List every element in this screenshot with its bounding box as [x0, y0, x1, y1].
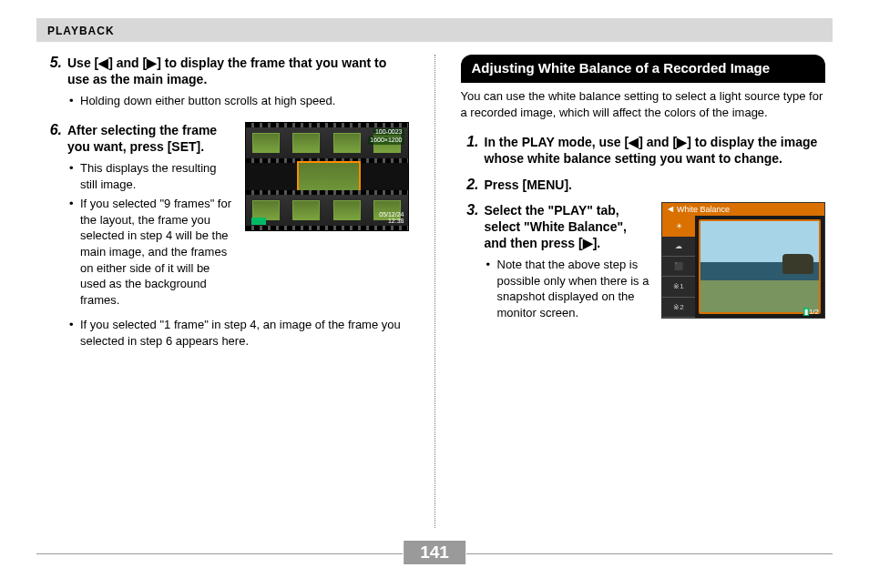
- step-number: 3.: [461, 202, 479, 325]
- bullet: If you selected "9 frames" for the layou…: [67, 196, 234, 308]
- step-number: 2.: [461, 177, 479, 193]
- step-number: 5.: [44, 55, 62, 113]
- step-1: 1. In the PLAY mode, use [◀] and [▶] to …: [461, 134, 826, 167]
- page-indicator: ▮1/2: [803, 308, 819, 316]
- wb-preview-image: [699, 219, 821, 314]
- section-title: Adjusting White Balance of a Recorded Im…: [461, 55, 826, 83]
- step-2: 2. Press [MENU].: [461, 177, 826, 193]
- page: PLAYBACK 5. Use [◀] and [▶] to display t…: [0, 0, 869, 588]
- step-number: 1.: [461, 134, 479, 167]
- step-6-bullets-narrow: This displays the resulting still image.…: [67, 160, 234, 308]
- left-column: 5. Use [◀] and [▶] to display the frame …: [36, 55, 435, 528]
- step-6-bullets-full: If you selected "1 frame" in step 4, an …: [67, 317, 409, 349]
- section-intro: You can use the white balance setting to…: [461, 88, 826, 121]
- bullet: This displays the resulting still image.: [67, 160, 234, 192]
- wb-item-fluor2-icon: ※2: [662, 298, 695, 318]
- date-text: 05/12/24: [379, 211, 404, 218]
- step-5-lead: Use [◀] and [▶] to display the frame tha…: [67, 55, 409, 87]
- thumb: [292, 200, 320, 220]
- step-6-lead: After selecting the frame you want, pres…: [67, 122, 234, 155]
- thumb: [333, 133, 361, 153]
- step-5-bullets: Holding down either button scrolls at hi…: [67, 93, 409, 109]
- bullet: If you selected "1 frame" in step 4, an …: [67, 317, 409, 349]
- step-3-bullets: Note that the above step is possible onl…: [485, 257, 651, 320]
- file-number: 100-0023: [373, 128, 404, 136]
- wb-menu: ☀ ☁ ⬛ ※1 ※2: [662, 216, 695, 318]
- wb-item-fluor1-icon: ※1: [662, 277, 695, 297]
- section-header-bar: PLAYBACK: [36, 18, 833, 42]
- step-5: 5. Use [◀] and [▶] to display the frame …: [44, 55, 409, 113]
- wb-titlebar: ◀ White Balance: [662, 203, 824, 216]
- wb-item-cloud-icon: ☁: [662, 237, 695, 257]
- wb-item-sun-icon: ☀: [662, 216, 695, 237]
- bullet: Note that the above step is possible onl…: [485, 257, 651, 320]
- page-number: 141: [404, 541, 465, 564]
- page-fraction: 1/2: [809, 308, 819, 316]
- preview-rock-shape: [782, 254, 813, 274]
- thumb: [252, 133, 280, 153]
- bullet: Holding down either button scrolls at hi…: [67, 93, 409, 109]
- thumb: [292, 133, 320, 153]
- right-column: Adjusting White Balance of a Recorded Im…: [435, 55, 833, 528]
- wb-item-shade-icon: ⬛: [662, 257, 695, 277]
- step-2-lead: Press [MENU].: [485, 177, 826, 193]
- thumb: [333, 200, 361, 220]
- wb-title-text: White Balance: [677, 205, 730, 214]
- step-3: 3. Select the "PLAY" tab, select "White …: [461, 202, 826, 325]
- camera-screenshot-filmstrip: 100-0023 1600×1200 05/12/24 12:38: [245, 122, 409, 231]
- step-3-lead: Select the "PLAY" tab, select "White Bal…: [485, 202, 651, 252]
- page-number-bar: 141: [36, 541, 833, 566]
- step-number: 6.: [44, 122, 62, 352]
- two-column-layout: 5. Use [◀] and [▶] to display the frame …: [36, 55, 833, 528]
- camera-screenshot-whitebalance: ◀ White Balance ☀ ☁ ⬛ ※1 ※2: [661, 202, 825, 319]
- image-size: 1600×1200: [368, 137, 404, 144]
- date-time: 05/12/24 12:38: [379, 211, 404, 225]
- step-1-lead: In the PLAY mode, use [◀] and [▶] to dis…: [485, 134, 826, 167]
- triangle-left-icon: ◀: [668, 205, 673, 213]
- step-6: 6. After selecting the frame you want, p…: [44, 122, 409, 352]
- time-text: 12:38: [388, 218, 404, 224]
- hud-info: 100-0023 1600×1200: [368, 128, 404, 146]
- section-header-text: PLAYBACK: [47, 25, 115, 37]
- battery-icon: [251, 218, 266, 225]
